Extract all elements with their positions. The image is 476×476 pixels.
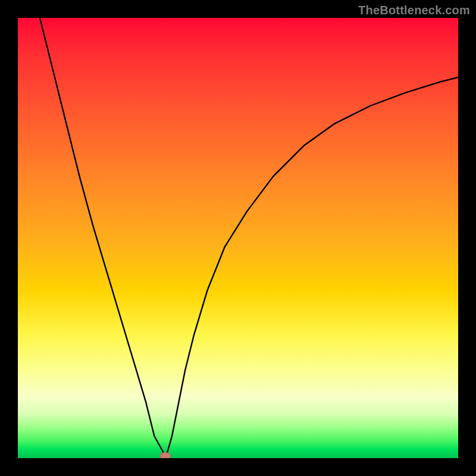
bottleneck-curve — [40, 18, 458, 456]
watermark-text: TheBottleneck.com — [358, 4, 470, 17]
plot-area — [18, 18, 458, 458]
chart-container: TheBottleneck.com — [0, 0, 476, 476]
minimum-marker — [160, 452, 171, 458]
chart-svg — [18, 18, 458, 458]
